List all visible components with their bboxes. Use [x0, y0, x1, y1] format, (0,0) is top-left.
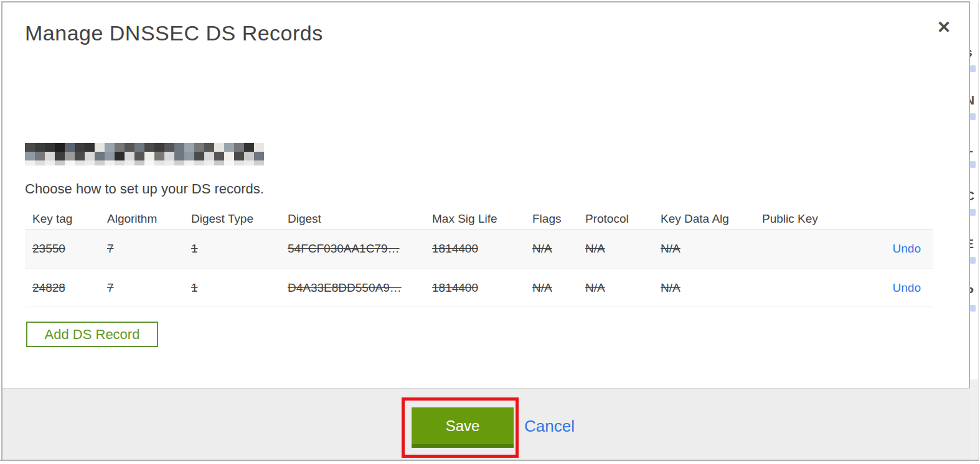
table-row: 23550 7 1 54FCF030AA1C79… 1814400 N/A N/…	[25, 229, 933, 268]
col-header-digest: Digest	[288, 212, 432, 226]
background-link-fragment	[970, 257, 976, 264]
background-text-fragment: E	[970, 236, 974, 251]
undo-link[interactable]: Undo	[893, 281, 921, 294]
col-header-protocol: Protocol	[585, 212, 661, 226]
background-text-fragment: L	[970, 141, 973, 155]
table-row: 24828 7 1 D4A33E8DD550A9… 1814400 N/A N/…	[25, 268, 933, 307]
col-header-digest-type: Digest Type	[191, 212, 288, 226]
col-header-max-sig-life: Max Sig Life	[432, 212, 532, 226]
cell-flags: N/A	[532, 242, 585, 256]
background-link-fragment	[970, 305, 976, 312]
background-text-fragment: C	[970, 188, 974, 203]
background-link-fragment	[970, 161, 976, 168]
cell-digest-type: 1	[191, 242, 288, 256]
table-header-row: Key tag Algorithm Digest Type Digest Max…	[25, 209, 933, 229]
cell-key-tag: 24828	[32, 281, 107, 295]
cancel-link[interactable]: Cancel	[524, 417, 575, 436]
dialog-bottom-border	[0, 460, 979, 461]
cell-protocol: N/A	[585, 242, 661, 256]
instruction-text: Choose how to set up your DS records.	[25, 181, 264, 197]
cell-digest: 54FCF030AA1C79…	[288, 242, 432, 256]
cell-algorithm: 7	[107, 242, 191, 256]
background-link-fragment	[970, 113, 976, 120]
cell-digest: D4A33E8DD550A9…	[288, 281, 432, 295]
cell-max-sig-life: 1814400	[432, 281, 532, 295]
cell-key-tag: 23550	[32, 242, 107, 256]
col-header-key-data-alg: Key Data Alg	[661, 212, 762, 226]
background-text-fragment: N	[970, 93, 974, 108]
save-button[interactable]: Save	[412, 407, 514, 448]
manage-dnssec-dialog: Manage DNSSEC DS Records ✕ Choose how to…	[1, 1, 970, 460]
col-header-algorithm: Algorithm	[107, 212, 191, 226]
col-header-flags: Flags	[532, 212, 585, 226]
cell-key-data-alg: N/A	[661, 281, 762, 295]
screenshot-root: Manage DNSSEC DS Records ✕ Choose how to…	[0, 0, 980, 464]
ds-records-table: Key tag Algorithm Digest Type Digest Max…	[25, 209, 933, 307]
background-link-fragment	[970, 209, 976, 216]
cell-algorithm: 7	[107, 281, 191, 295]
cell-flags: N/A	[532, 281, 585, 295]
add-ds-record-button[interactable]: Add DS Record	[26, 322, 158, 347]
cell-protocol: N/A	[585, 281, 661, 295]
background-footer-sliver	[970, 379, 979, 460]
background-link-fragment	[970, 65, 976, 72]
col-header-key-tag: Key tag	[32, 212, 107, 226]
background-text-fragment: s	[970, 45, 973, 60]
cell-key-data-alg: N/A	[661, 242, 762, 256]
col-header-public-key: Public Key	[762, 212, 891, 226]
undo-link[interactable]: Undo	[893, 242, 921, 255]
background-text-fragment: P	[970, 284, 974, 299]
close-icon[interactable]: ✕	[933, 16, 955, 39]
redacted-domain-name	[25, 143, 264, 165]
background-page-edge: sNLCEP	[970, 1, 979, 460]
cell-max-sig-life: 1814400	[432, 242, 532, 256]
cell-digest-type: 1	[191, 281, 288, 295]
dialog-title: Manage DNSSEC DS Records	[25, 21, 323, 45]
